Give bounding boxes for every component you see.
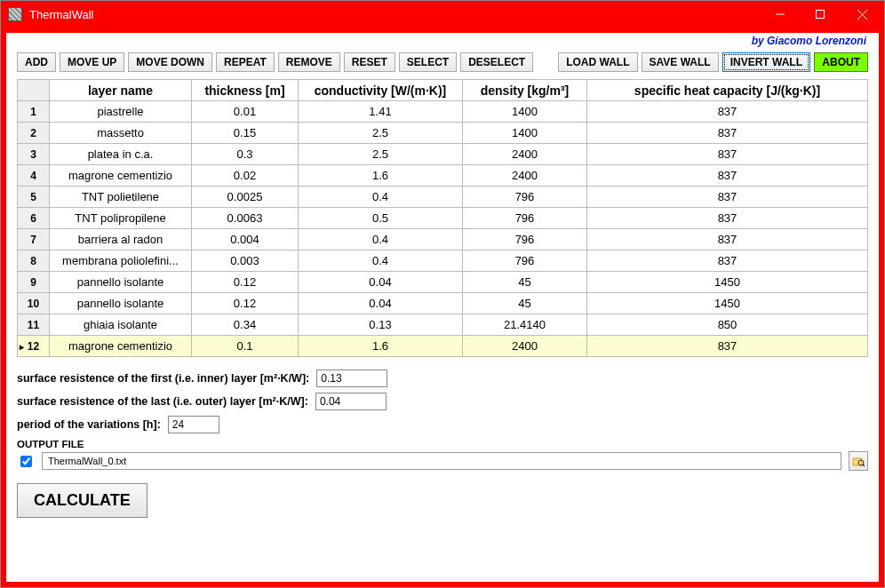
cell-shc[interactable]: 850 [587, 314, 868, 336]
cell-shc[interactable]: 837 [587, 336, 868, 357]
header-shc[interactable]: specific heat capacity [J/(kg·K)] [587, 80, 868, 101]
table-row[interactable]: 6TNT polipropilene0.00630.5796837 [18, 208, 868, 229]
row-header[interactable]: 1 [18, 101, 50, 123]
table-row[interactable]: ▸12magrone cementizio0.11.62400837 [18, 336, 868, 357]
cell-name[interactable]: platea in c.a. [50, 144, 192, 165]
select-button[interactable]: SELECT [399, 52, 457, 72]
cell-name[interactable]: magrone cementizio [50, 165, 192, 187]
cell-thickness[interactable]: 0.0063 [192, 208, 299, 229]
cell-name[interactable]: TNT polipropilene [50, 208, 192, 229]
table-row[interactable]: 11ghiaia isolante0.340.1321.4140850 [18, 314, 868, 336]
calculate-button[interactable]: CALCULATE [17, 483, 148, 518]
header-thickness[interactable]: thickness [m] [192, 80, 299, 101]
cell-name[interactable]: ghiaia isolante [50, 314, 192, 336]
cell-name[interactable]: piastrelle [50, 101, 192, 123]
browse-button[interactable] [849, 451, 868, 471]
row-header[interactable]: 2 [18, 123, 50, 144]
row-header[interactable]: 8 [18, 250, 50, 272]
cell-thickness[interactable]: 0.1 [192, 336, 299, 357]
repeat-button[interactable]: REPEAT [216, 52, 275, 72]
save-wall-button[interactable]: SAVE WALL [642, 52, 719, 72]
cell-conductivity[interactable]: 0.4 [299, 250, 463, 272]
output-file-input[interactable] [42, 452, 841, 470]
maximize-button[interactable] [800, 1, 840, 28]
header-conductivity[interactable]: conductivity [W/(m·K)] [299, 80, 463, 101]
deselect-button[interactable]: DESELECT [460, 52, 533, 72]
move-down-button[interactable]: MOVE DOWN [128, 52, 212, 72]
outer-res-input[interactable] [315, 393, 387, 410]
cell-name[interactable]: pannello isolante [50, 272, 192, 293]
cell-name[interactable]: TNT polietilene [50, 187, 192, 208]
table-row[interactable]: 3platea in c.a.0.32.52400837 [18, 144, 868, 165]
cell-shc[interactable]: 837 [587, 229, 868, 250]
output-file-checkbox[interactable] [20, 456, 32, 467]
row-header[interactable]: 7 [18, 229, 50, 250]
minimize-button[interactable] [760, 1, 800, 28]
cell-shc[interactable]: 837 [587, 144, 868, 165]
cell-conductivity[interactable]: 1.6 [299, 336, 463, 357]
cell-conductivity[interactable]: 0.04 [299, 272, 463, 293]
row-header[interactable]: 5 [18, 187, 50, 208]
add-button[interactable]: ADD [17, 52, 56, 72]
cell-conductivity[interactable]: 0.04 [299, 293, 463, 314]
cell-density[interactable]: 45 [463, 293, 587, 314]
table-row[interactable]: 5TNT polietilene0.00250.4796837 [18, 187, 868, 208]
table-row[interactable]: 4magrone cementizio0.021.62400837 [18, 165, 868, 187]
cell-thickness[interactable]: 0.004 [192, 229, 299, 250]
row-header[interactable]: 10 [18, 293, 50, 314]
layers-table[interactable]: layer name thickness [m] conductivity [W… [17, 79, 868, 357]
cell-conductivity[interactable]: 0.5 [299, 208, 463, 229]
header-density[interactable]: density [kg/m³] [463, 80, 587, 101]
cell-density[interactable]: 21.4140 [463, 314, 587, 336]
cell-thickness[interactable]: 0.34 [192, 314, 299, 336]
cell-thickness[interactable]: 0.02 [192, 165, 299, 187]
cell-thickness[interactable]: 0.12 [192, 272, 299, 293]
cell-density[interactable]: 2400 [463, 165, 587, 187]
move-up-button[interactable]: MOVE UP [60, 52, 124, 72]
reset-button[interactable]: RESET [344, 52, 395, 72]
period-input[interactable] [168, 416, 219, 433]
titlebar[interactable]: ThermalWall [1, 1, 884, 28]
inner-res-input[interactable] [316, 369, 387, 387]
cell-thickness[interactable]: 0.15 [192, 123, 299, 144]
cell-shc[interactable]: 1450 [587, 293, 868, 314]
cell-conductivity[interactable]: 1.6 [299, 165, 463, 187]
cell-conductivity[interactable]: 2.5 [299, 123, 463, 144]
load-wall-button[interactable]: LOAD WALL [558, 52, 637, 72]
cell-shc[interactable]: 837 [587, 208, 868, 229]
cell-conductivity[interactable]: 2.5 [299, 144, 463, 165]
cell-density[interactable]: 796 [463, 229, 587, 250]
cell-shc[interactable]: 837 [587, 123, 868, 144]
about-button[interactable]: ABOUT [814, 52, 868, 72]
table-row[interactable]: 8membrana poliolefini...0.0030.4796837 [18, 250, 868, 272]
row-header[interactable]: 4 [18, 165, 50, 187]
close-button[interactable] [840, 1, 884, 28]
cell-thickness[interactable]: 0.0025 [192, 187, 299, 208]
cell-name[interactable]: barriera al radon [50, 229, 192, 250]
table-row[interactable]: 7barriera al radon0.0040.4796837 [18, 229, 868, 250]
row-header[interactable]: 11 [18, 314, 50, 336]
cell-name[interactable]: membrana poliolefini... [50, 250, 192, 272]
cell-density[interactable]: 2400 [463, 336, 587, 357]
cell-shc[interactable]: 1450 [587, 272, 868, 293]
header-layer-name[interactable]: layer name [50, 80, 192, 101]
table-row[interactable]: 9pannello isolante0.120.04451450 [18, 272, 868, 293]
invert-wall-button[interactable]: INVERT WALL [722, 52, 810, 72]
cell-name[interactable]: magrone cementizio [50, 336, 192, 357]
row-header[interactable]: 9 [18, 272, 50, 293]
cell-density[interactable]: 796 [463, 187, 587, 208]
cell-density[interactable]: 1400 [463, 123, 587, 144]
cell-density[interactable]: 796 [463, 208, 587, 229]
cell-name[interactable]: pannello isolante [50, 293, 192, 314]
cell-thickness[interactable]: 0.3 [192, 144, 299, 165]
cell-thickness[interactable]: 0.003 [192, 250, 299, 272]
cell-density[interactable]: 45 [463, 272, 587, 293]
cell-thickness[interactable]: 0.12 [192, 293, 299, 314]
table-row[interactable]: 2massetto0.152.51400837 [18, 123, 868, 144]
table-row[interactable]: 1piastrelle0.011.411400837 [18, 101, 868, 123]
cell-density[interactable]: 1400 [463, 101, 587, 123]
cell-conductivity[interactable]: 1.41 [299, 101, 463, 123]
corner-cell[interactable] [18, 80, 50, 101]
cell-name[interactable]: massetto [50, 123, 192, 144]
table-row[interactable]: 10pannello isolante0.120.04451450 [18, 293, 868, 314]
